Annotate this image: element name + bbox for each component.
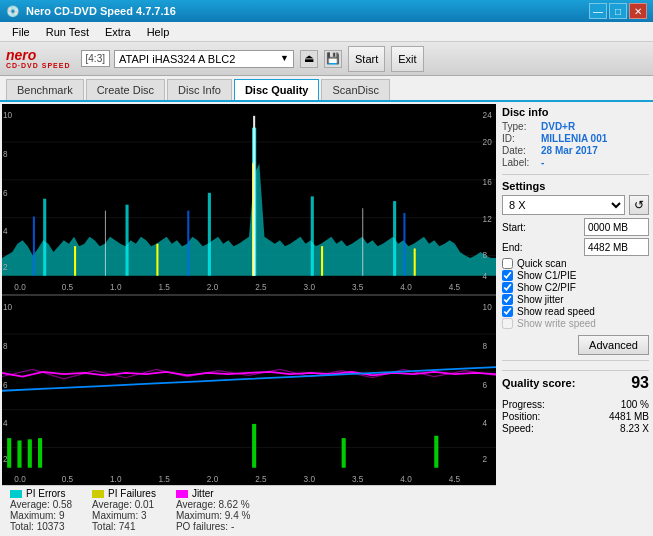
quick-scan-label: Quick scan [517, 258, 566, 269]
pi-errors-color [10, 490, 22, 498]
svg-rect-50 [252, 423, 256, 467]
title-bar-controls[interactable]: — □ ✕ [589, 3, 647, 19]
pi-failures-max: Maximum: 3 [92, 510, 156, 521]
tab-benchmark[interactable]: Benchmark [6, 79, 84, 100]
svg-text:8: 8 [483, 340, 488, 351]
speed-select[interactable]: 8 X 4 X 2 X Max [502, 195, 625, 215]
title-bar: 💿 Nero CD-DVD Speed 4.7.7.16 — □ ✕ [0, 0, 653, 22]
show-write-speed-checkbox [502, 318, 513, 329]
toolbar: nero CD·DVD SPEED [4:3] ATAPI iHAS324 A … [0, 42, 653, 76]
speed-label: Speed: [502, 423, 534, 434]
exit-button[interactable]: Exit [391, 46, 423, 72]
show-jitter-checkbox[interactable] [502, 294, 513, 305]
start-button[interactable]: Start [348, 46, 385, 72]
eject-icon[interactable]: ⏏ [300, 50, 318, 68]
show-write-speed-label: Show write speed [517, 318, 596, 329]
svg-text:8: 8 [483, 249, 488, 260]
position-label: Position: [502, 411, 540, 422]
menu-bar: File Run Test Extra Help [0, 22, 653, 42]
show-c2-pif-label: Show C2/PIF [517, 282, 576, 293]
show-c2-pif-checkbox[interactable] [502, 282, 513, 293]
save-icon[interactable]: 💾 [324, 50, 342, 68]
svg-text:4.0: 4.0 [400, 473, 411, 484]
nero-logo: nero CD·DVD SPEED [6, 48, 71, 69]
refresh-button[interactable]: ↺ [629, 195, 649, 215]
jitter-avg: Average: 8.62 % [176, 499, 250, 510]
drive-name: ATAPI iHAS324 A BLC2 [119, 53, 235, 65]
svg-text:3.0: 3.0 [304, 473, 315, 484]
show-c1-pie-label: Show C1/PIE [517, 270, 576, 281]
drive-dropdown[interactable]: ATAPI iHAS324 A BLC2 ▼ [114, 50, 294, 68]
svg-rect-47 [17, 440, 21, 467]
menu-extra[interactable]: Extra [97, 24, 139, 40]
bottom-chart-svg: 10 8 6 4 2 10 8 6 4 2 0.0 0.5 1.0 1.5 [2, 296, 496, 486]
legend-pi-failures: PI Failures Average: 0.01 Maximum: 3 Tot… [92, 488, 156, 532]
menu-run-test[interactable]: Run Test [38, 24, 97, 40]
svg-text:2: 2 [3, 261, 8, 272]
svg-text:4: 4 [483, 271, 488, 282]
pi-errors-total: Total: 10373 [10, 521, 72, 532]
pi-failures-label: PI Failures [108, 488, 156, 499]
show-c2-pif-row: Show C2/PIF [502, 282, 649, 293]
menu-help[interactable]: Help [139, 24, 178, 40]
svg-text:0.0: 0.0 [14, 473, 25, 484]
svg-text:2.5: 2.5 [255, 281, 266, 292]
drive-tag: [4:3] [81, 50, 110, 67]
svg-rect-46 [7, 438, 11, 468]
svg-rect-7 [208, 193, 211, 276]
disc-label-value: - [541, 157, 544, 168]
svg-text:1.5: 1.5 [158, 473, 169, 484]
pi-failures-avg: Average: 0.01 [92, 499, 156, 510]
close-button[interactable]: ✕ [629, 3, 647, 19]
svg-rect-13 [321, 246, 323, 276]
svg-text:4.0: 4.0 [400, 281, 411, 292]
svg-text:24: 24 [483, 110, 492, 121]
tab-scan-disc[interactable]: ScanDisc [321, 79, 389, 100]
tab-create-disc[interactable]: Create Disc [86, 79, 165, 100]
svg-text:10: 10 [3, 110, 12, 121]
right-panel: Disc info Type: DVD+R ID: MILLENIA 001 D… [498, 102, 653, 534]
pi-errors-avg: Average: 0.58 [10, 499, 72, 510]
dropdown-arrow-icon: ▼ [280, 53, 289, 63]
show-read-speed-checkbox[interactable] [502, 306, 513, 317]
position-value: 4481 MB [609, 411, 649, 422]
svg-rect-15 [253, 116, 255, 276]
settings-title: Settings [502, 180, 649, 192]
svg-text:16: 16 [483, 176, 492, 187]
disc-type-row: Type: DVD+R [502, 121, 649, 132]
svg-text:2.5: 2.5 [255, 473, 266, 484]
tab-disc-info[interactable]: Disc Info [167, 79, 232, 100]
maximize-button[interactable]: □ [609, 3, 627, 19]
nero-brand-text: nero [6, 48, 71, 62]
chart-container: 24 20 16 12 8 4 10 8 6 4 2 0.0 0.5 1.0 [2, 104, 496, 534]
svg-rect-52 [434, 435, 438, 467]
tab-disc-quality[interactable]: Disc Quality [234, 79, 320, 100]
svg-text:8: 8 [3, 149, 8, 160]
start-mb-input[interactable] [584, 218, 649, 236]
show-c1-pie-checkbox[interactable] [502, 270, 513, 281]
settings-section: Settings 8 X 4 X 2 X Max ↺ Start: End: [502, 180, 649, 355]
svg-text:0.5: 0.5 [62, 281, 73, 292]
svg-text:1.0: 1.0 [110, 281, 121, 292]
show-c1-pie-row: Show C1/PIE [502, 270, 649, 281]
pi-errors-max: Maximum: 9 [10, 510, 72, 521]
end-mb-input[interactable] [584, 238, 649, 256]
main-content: 24 20 16 12 8 4 10 8 6 4 2 0.0 0.5 1.0 [0, 102, 653, 534]
quick-scan-checkbox[interactable] [502, 258, 513, 269]
svg-text:4: 4 [3, 226, 8, 237]
start-mb-label: Start: [502, 222, 526, 233]
minimize-button[interactable]: — [589, 3, 607, 19]
show-read-speed-row: Show read speed [502, 306, 649, 317]
id-label: ID: [502, 133, 537, 144]
disc-date-row: Date: 28 Mar 2017 [502, 145, 649, 156]
type-value: DVD+R [541, 121, 575, 132]
label-label: Label: [502, 157, 537, 168]
advanced-button[interactable]: Advanced [578, 335, 649, 355]
position-row: Position: 4481 MB [502, 411, 649, 422]
svg-text:4.5: 4.5 [449, 281, 460, 292]
quality-score-section: Quality score: 93 [502, 370, 649, 392]
svg-text:10: 10 [3, 301, 12, 312]
svg-text:10: 10 [483, 301, 492, 312]
speed-row: 8 X 4 X 2 X Max ↺ [502, 195, 649, 215]
menu-file[interactable]: File [4, 24, 38, 40]
